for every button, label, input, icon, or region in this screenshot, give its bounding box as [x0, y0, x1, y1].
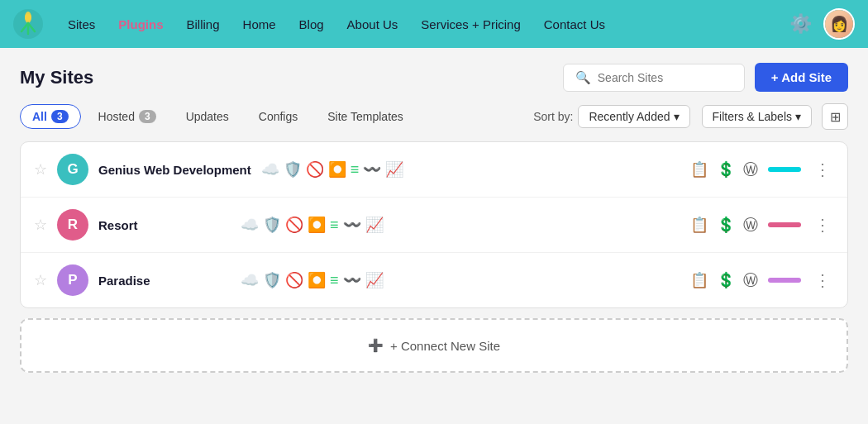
site-avatar-3: P — [57, 264, 88, 296]
connect-plus-icon: ➕ — [368, 338, 384, 353]
block-icon: 🚫 — [285, 271, 303, 289]
site-actions-1: 📋 💲 Ⓦ — [690, 160, 758, 179]
site-color-bar-3 — [768, 278, 801, 283]
copy-icon[interactable]: 📋 — [690, 216, 708, 234]
stack-icon: ⏺️ — [308, 271, 326, 289]
cloud-icon: ☁️ — [241, 216, 259, 234]
filter-bar: All 3 Hosted 3 Updates Configs Site Temp… — [20, 103, 848, 130]
page-title: My Sites — [20, 67, 93, 88]
filter-hosted[interactable]: Hosted 3 — [86, 104, 169, 129]
list-icon: ≡ — [330, 217, 339, 234]
shield-icon: 🛡️ — [263, 216, 281, 234]
nav-right: ⚙️ 👩 — [787, 8, 855, 40]
nav-sites[interactable]: Sites — [56, 11, 107, 38]
settings-icon[interactable]: ⚙️ — [787, 11, 813, 37]
chevron-down-icon-2: ▾ — [795, 110, 801, 123]
wordpress-icon[interactable]: Ⓦ — [743, 215, 758, 235]
wordpress-icon[interactable]: Ⓦ — [743, 270, 758, 290]
chart-icon: 📈 — [385, 160, 403, 179]
copy-icon[interactable]: 📋 — [690, 271, 708, 289]
list-icon: ≡ — [351, 161, 360, 179]
header-right: 🔍 + Add Site — [563, 63, 848, 92]
nav-links: Sites Plugins Billing Home Blog About Us… — [56, 11, 787, 38]
wave-icon: 〰️ — [363, 160, 381, 179]
nav-plugins[interactable]: Plugins — [107, 11, 174, 38]
more-options-1[interactable]: ⋮ — [811, 160, 834, 179]
filter-site-templates[interactable]: Site Templates — [315, 104, 416, 129]
chart-icon: 📈 — [365, 271, 384, 289]
filter-all[interactable]: All 3 — [20, 104, 81, 129]
filters-labels-button[interactable]: Filters & Labels ▾ — [702, 105, 812, 128]
nav-billing[interactable]: Billing — [175, 11, 231, 38]
block-icon: 🚫 — [285, 216, 303, 234]
svg-point-5 — [25, 14, 31, 21]
search-input[interactable] — [598, 71, 732, 84]
favorite-star-2[interactable]: ☆ — [34, 216, 47, 234]
favorite-star-3[interactable]: ☆ — [34, 271, 47, 289]
site-actions-3: 📋 💲 Ⓦ — [690, 270, 758, 290]
table-row: ☆ G Genius Web Development ☁️ 🛡️ 🚫 ⏺️ ≡ … — [21, 142, 847, 198]
site-actions-2: 📋 💲 Ⓦ — [690, 215, 758, 235]
wave-icon: 〰️ — [343, 216, 361, 234]
block-icon: 🚫 — [306, 160, 324, 179]
nav-contact[interactable]: Contact Us — [532, 11, 617, 38]
navbar: Sites Plugins Billing Home Blog About Us… — [0, 0, 868, 48]
site-icons-2: ☁️ 🛡️ 🚫 ⏺️ ≡ 〰️ 📈 — [241, 216, 680, 234]
main-content: My Sites 🔍 + Add Site All 3 Hosted 3 Upd… — [0, 48, 868, 424]
site-color-bar-1 — [768, 167, 801, 172]
nav-services[interactable]: Services + Pricing — [409, 11, 532, 38]
nav-home[interactable]: Home — [231, 11, 288, 38]
search-box: 🔍 — [563, 64, 745, 92]
shield-icon: 🛡️ — [284, 160, 302, 179]
billing-icon[interactable]: 💲 — [717, 160, 735, 179]
site-list: ☆ G Genius Web Development ☁️ 🛡️ 🚫 ⏺️ ≡ … — [20, 141, 848, 308]
copy-icon[interactable]: 📋 — [690, 160, 708, 179]
site-avatar-1: G — [57, 154, 88, 185]
sort-by-label: Sort by: — [533, 110, 573, 123]
stack-icon: ⏺️ — [308, 216, 326, 234]
chart-icon: 📈 — [365, 216, 384, 234]
site-name-3: Paradise — [98, 274, 231, 288]
filter-configs[interactable]: Configs — [246, 104, 310, 129]
search-icon: 🔍 — [575, 70, 591, 85]
list-icon: ≡ — [330, 272, 339, 289]
more-options-2[interactable]: ⋮ — [811, 215, 834, 235]
chevron-down-icon: ▾ — [674, 110, 680, 123]
wave-icon: 〰️ — [343, 271, 361, 289]
filter-updates[interactable]: Updates — [174, 104, 241, 129]
avatar[interactable]: 👩 — [823, 8, 855, 40]
site-avatar-2: R — [57, 209, 88, 241]
cloud-icon: ☁️ — [261, 160, 279, 179]
add-site-button[interactable]: + Add Site — [755, 63, 848, 92]
page-header: My Sites 🔍 + Add Site — [20, 48, 848, 103]
billing-icon[interactable]: 💲 — [717, 216, 735, 234]
hosted-count-badge: 3 — [139, 110, 156, 123]
stack-icon: ⏺️ — [328, 160, 346, 179]
table-row: ☆ P Paradise ☁️ 🛡️ 🚫 ⏺️ ≡ 〰️ 📈 📋 💲 Ⓦ ⋮ — [21, 253, 847, 307]
favorite-star-1[interactable]: ☆ — [34, 160, 47, 179]
shield-icon: 🛡️ — [263, 271, 281, 289]
site-color-bar-2 — [768, 222, 801, 227]
site-name-2: Resort — [98, 218, 231, 232]
site-icons-1: ☁️ 🛡️ 🚫 ⏺️ ≡ 〰️ 📈 — [261, 160, 680, 179]
cloud-icon: ☁️ — [241, 271, 259, 289]
all-count-badge: 3 — [51, 110, 69, 123]
grid-view-toggle[interactable]: ⊞ — [822, 103, 848, 130]
wordpress-icon[interactable]: Ⓦ — [743, 160, 758, 179]
site-icons-3: ☁️ 🛡️ 🚫 ⏺️ ≡ 〰️ 📈 — [241, 271, 680, 289]
nav-about[interactable]: About Us — [336, 11, 410, 38]
more-options-3[interactable]: ⋮ — [811, 270, 834, 290]
table-row: ☆ R Resort ☁️ 🛡️ 🚫 ⏺️ ≡ 〰️ 📈 📋 💲 Ⓦ ⋮ — [21, 198, 847, 253]
billing-icon[interactable]: 💲 — [717, 271, 735, 289]
site-name-1: Genius Web Development — [98, 163, 251, 177]
sort-dropdown[interactable]: Recently Added ▾ — [578, 105, 689, 128]
logo[interactable] — [13, 9, 43, 39]
nav-blog[interactable]: Blog — [288, 11, 336, 38]
connect-new-site-button[interactable]: ➕ + Connect New Site — [20, 318, 848, 373]
